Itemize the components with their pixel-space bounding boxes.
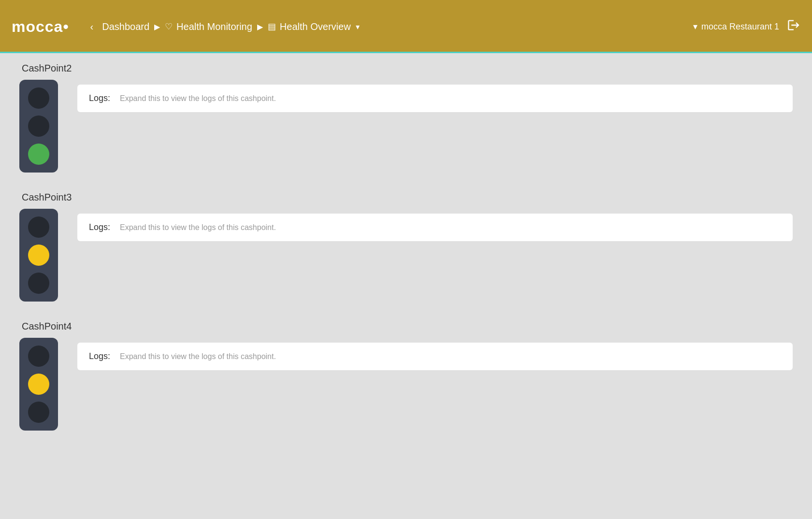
breadcrumb-health-monitoring[interactable]: ♡ Health Monitoring — [165, 21, 252, 32]
cashpoint-name-1: CashPoint3 — [22, 192, 793, 203]
app-header: mocca• ‹ Dashboard ▶ ♡ Health Monitoring… — [0, 0, 812, 53]
cashpoint-name-2: CashPoint4 — [22, 321, 793, 332]
logs-panel-0[interactable]: Logs:Expand this to view the logs of thi… — [77, 85, 793, 112]
header-accent-line — [0, 52, 812, 53]
breadcrumb-arrow-2: ▶ — [257, 22, 263, 31]
main-content: CashPoint2Logs:Expand this to view the l… — [0, 53, 812, 460]
light-2-2 — [28, 402, 49, 423]
logs-hint-0: Expand this to view the logs of this cas… — [120, 94, 276, 103]
light-0-1 — [28, 115, 49, 137]
logout-button[interactable] — [787, 18, 800, 35]
cashpoint-row-2: Logs:Expand this to view the logs of thi… — [19, 338, 793, 431]
breadcrumb: ‹ Dashboard ▶ ♡ Health Monitoring ▶ ▤ He… — [90, 21, 693, 32]
heart-icon: ♡ — [165, 21, 173, 32]
cashpoint-name-0: CashPoint2 — [22, 63, 793, 74]
header-right: ▾ mocca Restaurant 1 — [693, 18, 800, 35]
light-2-0 — [28, 346, 49, 367]
restaurant-selector[interactable]: ▾ mocca Restaurant 1 — [693, 21, 779, 32]
cashpoint-section-1: CashPoint3Logs:Expand this to view the l… — [19, 192, 793, 302]
light-0-2 — [28, 144, 49, 165]
light-2-1 — [28, 374, 49, 395]
traffic-light-0 — [19, 80, 58, 173]
app-logo: mocca• — [12, 18, 69, 36]
breadcrumb-dashboard[interactable]: Dashboard — [102, 21, 149, 32]
breadcrumb-back-button[interactable]: ‹ — [90, 21, 94, 32]
logs-label-1: Logs: — [89, 222, 110, 232]
health-overview-dropdown[interactable]: ▾ — [356, 22, 360, 31]
restaurant-dropdown-arrow: ▾ — [693, 21, 697, 32]
light-1-1 — [28, 245, 49, 266]
light-1-0 — [28, 216, 49, 238]
restaurant-name: mocca Restaurant 1 — [701, 22, 779, 32]
logs-hint-1: Expand this to view the logs of this cas… — [120, 223, 276, 232]
cashpoint-row-0: Logs:Expand this to view the logs of thi… — [19, 80, 793, 173]
logs-hint-2: Expand this to view the logs of this cas… — [120, 352, 276, 361]
logs-label-2: Logs: — [89, 351, 110, 361]
logs-panel-1[interactable]: Logs:Expand this to view the logs of thi… — [77, 214, 793, 241]
logs-panel-2[interactable]: Logs:Expand this to view the logs of thi… — [77, 343, 793, 370]
light-0-0 — [28, 87, 49, 109]
traffic-light-1 — [19, 209, 58, 302]
light-1-2 — [28, 273, 49, 294]
traffic-light-2 — [19, 338, 58, 431]
document-icon: ▤ — [268, 21, 276, 32]
logs-label-0: Logs: — [89, 93, 110, 103]
breadcrumb-arrow-1: ▶ — [154, 22, 160, 31]
cashpoints-container: CashPoint2Logs:Expand this to view the l… — [19, 63, 793, 431]
cashpoint-section-0: CashPoint2Logs:Expand this to view the l… — [19, 63, 793, 173]
cashpoint-section-2: CashPoint4Logs:Expand this to view the l… — [19, 321, 793, 431]
breadcrumb-health-overview[interactable]: ▤ Health Overview — [268, 21, 351, 32]
cashpoint-row-1: Logs:Expand this to view the logs of thi… — [19, 209, 793, 302]
